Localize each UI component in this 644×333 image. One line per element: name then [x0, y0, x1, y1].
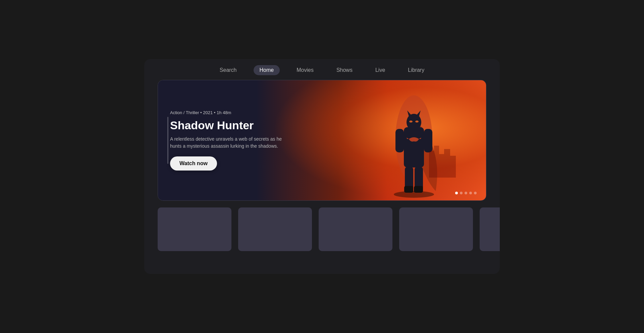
nav-item-search[interactable]: Search: [214, 65, 243, 75]
svg-rect-2: [404, 127, 424, 168]
thumbnail-2[interactable]: [238, 207, 312, 251]
thumbnail-4[interactable]: [399, 207, 473, 251]
svg-rect-8: [395, 129, 404, 152]
hero-card: Action / Thriller • 2021 • 1h 48m Shadow…: [158, 80, 486, 201]
svg-rect-13: [414, 186, 423, 193]
svg-rect-12: [404, 186, 413, 193]
thumbnails-row: [144, 201, 500, 251]
carousel-dot-3[interactable]: [465, 192, 467, 194]
carousel-dots: [455, 192, 477, 194]
svg-point-3: [407, 114, 421, 131]
nav-item-live[interactable]: Live: [369, 65, 391, 75]
carousel-dot-5[interactable]: [474, 192, 477, 194]
carousel-dot-2[interactable]: [460, 192, 463, 194]
thumbnail-1[interactable]: [158, 207, 231, 251]
hero-content: Action / Thriller • 2021 • 1h 48m Shadow…: [158, 97, 296, 184]
app-frame: 1 2 3 4 Search Home Movies Shows Live Li…: [144, 59, 500, 274]
hero-title: Shadow Hunter: [170, 119, 284, 132]
svg-point-7: [415, 121, 419, 123]
svg-rect-18: [449, 156, 456, 178]
watch-now-button[interactable]: Watch now: [170, 156, 217, 171]
hero-meta: Action / Thriller • 2021 • 1h 48m: [170, 110, 284, 115]
main-nav: Search Home Movies Shows Live Library: [144, 59, 500, 80]
thumbnail-3[interactable]: [319, 207, 392, 251]
svg-rect-9: [424, 129, 432, 152]
carousel-dot-1[interactable]: [455, 192, 458, 194]
hero-figure: [369, 84, 459, 198]
hero-description: A relentless detective unravels a web of…: [170, 136, 284, 150]
carousel-dot-4[interactable]: [469, 192, 472, 194]
hero-section: Action / Thriller • 2021 • 1h 48m Shadow…: [144, 80, 500, 201]
nav-item-movies[interactable]: Movies: [290, 65, 320, 75]
svg-point-0: [394, 191, 434, 198]
thumbnail-5[interactable]: [480, 207, 500, 251]
nav-item-library[interactable]: Library: [402, 65, 430, 75]
nav-item-shows[interactable]: Shows: [330, 65, 359, 75]
svg-point-6: [409, 121, 413, 123]
nav-item-home[interactable]: Home: [254, 65, 280, 75]
